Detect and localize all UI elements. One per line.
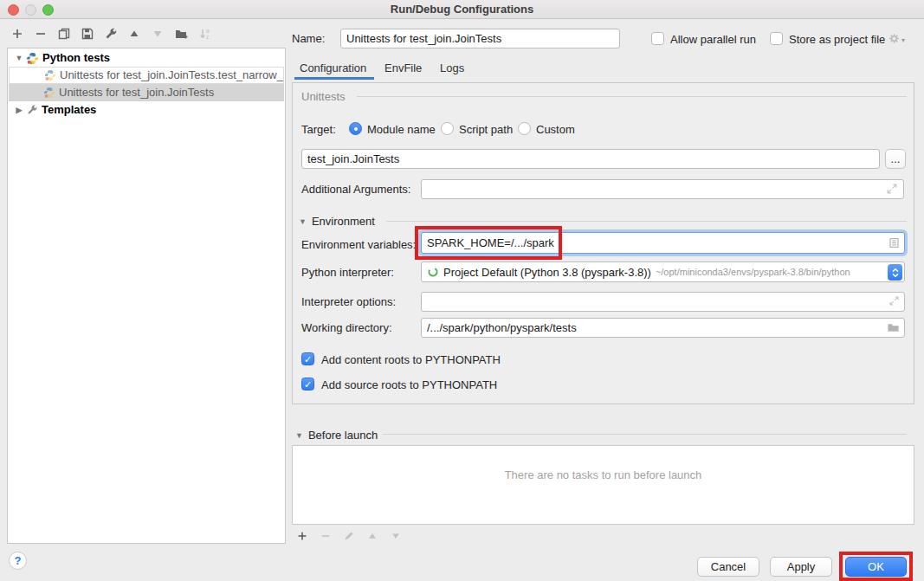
annotation-box-env-variables <box>415 226 562 260</box>
chevron-down-icon: ▼ <box>299 217 307 226</box>
module-name-input[interactable] <box>301 149 880 169</box>
environment-variables-label: Environment variables: <box>301 238 416 251</box>
copy-icon[interactable] <box>57 27 71 41</box>
python-tests-icon <box>26 52 39 65</box>
additional-arguments-input[interactable] <box>421 179 904 199</box>
cancel-button[interactable]: Cancel <box>697 557 759 577</box>
before-launch-toolbar <box>296 530 402 542</box>
folder-icon[interactable] <box>887 321 900 333</box>
svg-text:z: z <box>206 34 209 40</box>
before-launch-task-list <box>292 445 914 525</box>
before-launch-empty-message: There are no tasks to run before launch <box>292 468 914 481</box>
remove-icon[interactable] <box>34 27 48 41</box>
titlebar: Run/Debug Configurations <box>0 0 924 19</box>
working-directory-label: Working directory: <box>301 321 392 334</box>
target-module-name-label[interactable]: Module name <box>367 123 436 136</box>
window-title: Run/Debug Configurations <box>0 3 924 16</box>
edit-icon <box>343 530 355 542</box>
before-launch-group-header[interactable]: ▼ Before launch <box>295 429 378 442</box>
env-variables-editor-icon[interactable] <box>888 237 900 249</box>
target-custom-label[interactable]: Custom <box>536 123 575 136</box>
move-down-icon <box>390 530 402 542</box>
move-up-icon <box>366 530 378 542</box>
interpreter-options-input[interactable] <box>421 292 905 312</box>
store-as-project-file-label: Store as project file <box>789 33 885 46</box>
browse-button[interactable]: ... <box>885 149 906 169</box>
edit-templates-icon[interactable] <box>104 27 118 41</box>
allow-parallel-run-label: Allow parallel run <box>670 33 756 46</box>
python-tests-icon <box>44 69 56 81</box>
add-content-roots-checkbox[interactable]: ✓ <box>301 352 314 365</box>
interpreter-options-label: Interpreter options: <box>301 295 396 308</box>
conda-env-icon <box>427 266 439 278</box>
add-source-roots-label[interactable]: Add source roots to PYTHONPATH <box>321 378 497 391</box>
apply-button[interactable]: Apply <box>770 557 832 577</box>
save-icon[interactable] <box>81 27 94 41</box>
add-content-roots-label[interactable]: Add content roots to PYTHONPATH <box>321 353 501 366</box>
target-module-name-radio[interactable] <box>349 122 362 135</box>
tab-logs[interactable]: Logs <box>440 61 464 74</box>
target-label: Target: <box>301 123 336 136</box>
tree-item-unittests-jointests[interactable]: Unittests for test_join.JoinTests <box>9 84 284 101</box>
tree-item-python-tests[interactable]: ▼ Python tests <box>9 49 284 67</box>
tree-item-label: Unittests for test_join.JoinTests.test_n… <box>60 67 283 84</box>
target-script-path-radio[interactable] <box>441 122 454 135</box>
python-interpreter-value: Project Default (Python 3.8 (pyspark-3.8… <box>443 266 651 279</box>
python-interpreter-path: ~/opt/miniconda3/envs/pyspark-3.8/bin/py… <box>656 267 850 277</box>
unittests-group-label: Unittests <box>301 90 346 103</box>
expand-field-icon[interactable] <box>888 295 900 307</box>
python-interpreter-select[interactable]: Project Default (Python 3.8 (pyspark-3.8… <box>421 261 905 282</box>
move-down-icon <box>151 27 165 41</box>
move-up-icon[interactable] <box>127 27 141 41</box>
name-label: Name: <box>292 32 325 45</box>
store-as-project-file-checkbox[interactable] <box>770 32 783 45</box>
expand-field-icon[interactable] <box>886 183 898 195</box>
add-icon[interactable] <box>296 530 308 542</box>
environment-group-label: Environment <box>312 215 375 228</box>
help-button[interactable]: ? <box>9 552 27 570</box>
add-icon[interactable] <box>10 27 24 41</box>
tab-envfile[interactable]: EnvFile <box>384 61 422 74</box>
select-stepper-icon[interactable] <box>888 264 902 281</box>
tree-item-label: Python tests <box>42 49 110 67</box>
python-tests-icon <box>43 87 55 99</box>
tree-item-unittests-test-narrow[interactable]: Unittests for test_join.JoinTests.test_n… <box>9 67 284 84</box>
svg-text:a: a <box>206 28 210 34</box>
active-tab-underline <box>294 77 374 80</box>
tree-item-label: Unittests for test_join.JoinTests <box>59 84 214 101</box>
remove-icon <box>320 530 332 542</box>
run-debug-configurations-dialog: Run/Debug Configurations az ▼ Python tes… <box>0 0 924 581</box>
target-custom-radio[interactable] <box>518 122 531 135</box>
python-interpreter-label: Python interpreter: <box>301 266 394 279</box>
gear-icon[interactable] <box>888 32 901 45</box>
chevron-down-icon: ▾ <box>901 36 905 44</box>
chevron-down-icon[interactable]: ▼ <box>14 49 24 67</box>
tree-item-label: Templates <box>42 101 96 119</box>
allow-parallel-run-checkbox[interactable] <box>651 32 664 45</box>
configurations-tree: ▼ Python tests Unittests for test_join.J… <box>7 48 286 544</box>
annotation-box-ok-button <box>839 552 913 581</box>
wrench-icon <box>26 104 38 116</box>
tree-item-templates[interactable]: ▶ Templates <box>9 101 284 119</box>
name-input[interactable] <box>340 29 620 48</box>
add-source-roots-checkbox[interactable]: ✓ <box>301 378 314 391</box>
new-folder-icon[interactable] <box>174 27 189 41</box>
additional-arguments-label: Additional Arguments: <box>301 183 410 196</box>
chevron-down-icon: ▼ <box>295 431 303 440</box>
target-script-path-label[interactable]: Script path <box>459 123 513 136</box>
environment-group-header[interactable]: ▼ Environment <box>299 215 375 228</box>
tab-configuration[interactable]: Configuration <box>300 61 366 74</box>
configurations-toolbar: az <box>10 27 212 41</box>
chevron-right-icon[interactable]: ▶ <box>14 101 24 119</box>
before-launch-group-label: Before launch <box>308 429 378 442</box>
sort-alphabetically-icon: az <box>198 27 212 41</box>
working-directory-input[interactable] <box>421 318 905 338</box>
